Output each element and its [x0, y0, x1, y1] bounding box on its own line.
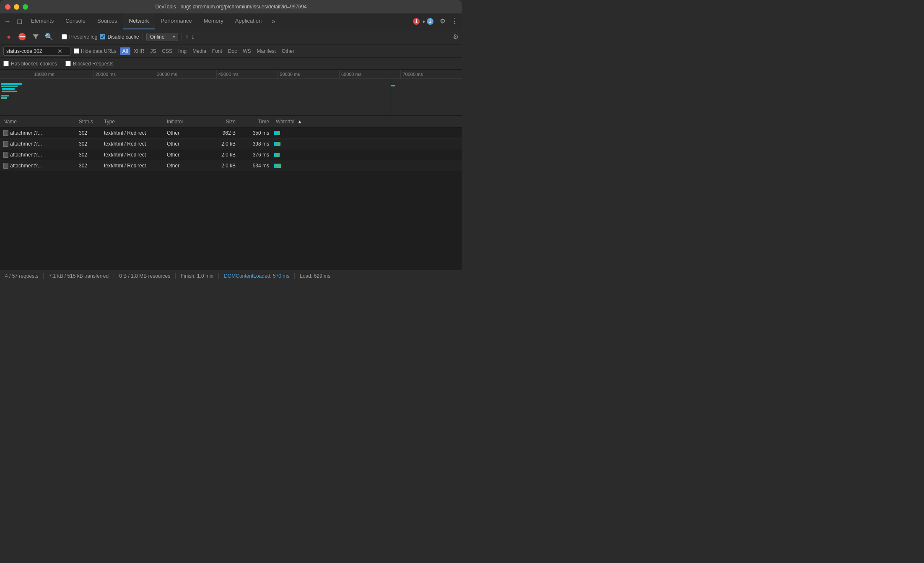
divider-1 [58, 33, 58, 41]
cell-initiator-1: Other [164, 130, 205, 136]
cell-time-4: 534 ms [239, 163, 273, 169]
header-size[interactable]: Size [205, 119, 239, 125]
ruler-mark-6: 60000 ms [339, 70, 401, 78]
filter-type-font[interactable]: Font [210, 47, 225, 55]
header-waterfall[interactable]: Waterfall ▲ [273, 119, 462, 125]
filter-icon[interactable] [30, 31, 41, 42]
ruler-mark-3: 30000 ms [155, 70, 216, 78]
window-title: DevTools - bugs.chromium.org/p/chromium/… [155, 4, 306, 10]
header-status[interactable]: Status [75, 119, 101, 125]
table-body: attachment?... 302 text/html / Redirect … [0, 128, 462, 270]
wf-bar-green-3 [276, 153, 280, 157]
clear-button[interactable]: ⛔ [17, 31, 28, 42]
cell-name-1: attachment?... [0, 130, 75, 136]
throttle-select[interactable]: Online Fast 3G Slow 3G [146, 33, 178, 41]
close-button[interactable] [5, 4, 10, 10]
cursor-icon[interactable]: → [2, 16, 13, 27]
header-type[interactable]: Type [101, 119, 164, 125]
blocked-requests-checkbox[interactable] [65, 61, 71, 66]
has-blocked-cookies-label[interactable]: Has blocked cookies [3, 61, 57, 67]
table-row[interactable]: attachment?... 302 text/html / Redirect … [0, 160, 462, 171]
cell-initiator-4: Other [164, 163, 205, 169]
ruler-mark-1: 10000 ms [32, 70, 93, 78]
cell-waterfall-3 [273, 149, 462, 160]
filter-type-other[interactable]: Other [279, 47, 297, 55]
tab-performance[interactable]: Performance [155, 13, 197, 29]
more-options-icon[interactable]: ⋮ [449, 16, 460, 27]
filter-type-media[interactable]: Media [190, 47, 209, 55]
ruler-mark-7: 70000 ms [400, 70, 462, 78]
status-transferred: 7.1 kB / 515 kB transferred [44, 273, 114, 279]
header-name[interactable]: Name [0, 119, 75, 125]
filter-type-manifest[interactable]: Manifest [254, 47, 278, 55]
timeline-bar-7 [391, 85, 395, 86]
has-blocked-cookies-checkbox[interactable] [3, 61, 9, 66]
tab-network[interactable]: Network [123, 13, 155, 29]
cell-waterfall-2 [273, 138, 462, 149]
filter-type-js[interactable]: JS [148, 47, 158, 55]
table-row[interactable]: attachment?... 302 text/html / Redirect … [0, 128, 462, 138]
timeline-bar-6 [1, 97, 7, 99]
filter-type-css[interactable]: CSS [159, 47, 175, 55]
cell-waterfall-1 [273, 128, 462, 138]
status-requests: 4 / 57 requests [5, 273, 44, 279]
table-row[interactable]: attachment?... 302 text/html / Redirect … [0, 138, 462, 149]
divider-2 [143, 33, 143, 41]
cell-type-1: text/html / Redirect [101, 130, 164, 136]
timeline-bar-5 [1, 95, 9, 96]
tab-elements[interactable]: Elements [25, 13, 60, 29]
filter-type-all[interactable]: All [120, 47, 130, 55]
network-table: Name Status Type Initiator Size Time Wat… [0, 116, 462, 270]
cell-status-4: 302 [75, 163, 101, 169]
cell-name-4: attachment?... [0, 163, 75, 169]
filter-input[interactable] [6, 48, 57, 54]
device-icon[interactable]: ◻ [13, 16, 25, 27]
timeline-bar-3 [2, 88, 15, 90]
hide-data-urls-checkbox[interactable] [74, 48, 79, 54]
header-time[interactable]: Time [239, 119, 273, 125]
clear-filter-icon[interactable]: ✕ [57, 48, 63, 55]
tab-memory[interactable]: Memory [198, 13, 229, 29]
cell-status-3: 302 [75, 152, 101, 158]
preserve-log-label[interactable]: Preserve log [62, 34, 97, 40]
cell-size-4: 2.0 kB [205, 163, 239, 169]
divider-3 [182, 33, 182, 41]
error-badge: 1 [413, 18, 420, 25]
cell-size-1: 962 B [205, 130, 239, 136]
download-icon[interactable]: ↓ [191, 33, 195, 41]
search-button[interactable]: 🔍 [44, 31, 55, 42]
warning-icon: ● [422, 19, 425, 24]
more-tabs-icon[interactable]: » [267, 16, 279, 27]
record-button[interactable]: ● [3, 31, 14, 42]
disable-cache-checkbox[interactable] [100, 34, 105, 39]
network-settings-icon[interactable]: ⚙ [453, 33, 459, 41]
title-bar: DevTools - bugs.chromium.org/p/chromium/… [0, 0, 462, 13]
hide-data-urls-label[interactable]: Hide data URLs [74, 48, 117, 54]
blocked-requests-label[interactable]: Blocked Requests [65, 61, 114, 67]
network-toolbar: ● ⛔ 🔍 Preserve log Disable cache Online … [0, 29, 462, 44]
tab-console[interactable]: Console [60, 13, 91, 29]
cell-time-2: 398 ms [239, 141, 273, 147]
filter-type-doc[interactable]: Doc [226, 47, 239, 55]
maximize-button[interactable] [23, 4, 28, 10]
cell-time-1: 350 ms [239, 130, 273, 136]
minimize-button[interactable] [14, 4, 19, 10]
header-initiator[interactable]: Initiator [164, 119, 205, 125]
cell-initiator-2: Other [164, 141, 205, 147]
tab-application[interactable]: Application [229, 13, 268, 29]
filter-type-ws[interactable]: WS [240, 47, 253, 55]
status-load: Load: 629 ms [295, 273, 335, 279]
upload-icon[interactable]: ↑ [185, 33, 189, 41]
filter-type-xhr[interactable]: XHR [131, 47, 147, 55]
disable-cache-label[interactable]: Disable cache [100, 34, 139, 40]
file-icon [3, 163, 8, 169]
filter-type-img[interactable]: Img [176, 47, 189, 55]
table-row[interactable]: attachment?... 302 text/html / Redirect … [0, 149, 462, 160]
tab-sources[interactable]: Sources [91, 13, 123, 29]
settings-icon[interactable]: ⚙ [437, 16, 449, 27]
wf-bar-green-2 [276, 142, 280, 146]
cell-name-2: attachment?... [0, 141, 75, 147]
filter-input-wrapper: ✕ [3, 47, 70, 56]
timeline-ruler: 10000 ms 20000 ms 30000 ms 40000 ms 5000… [0, 70, 462, 79]
preserve-log-checkbox[interactable] [62, 34, 67, 39]
